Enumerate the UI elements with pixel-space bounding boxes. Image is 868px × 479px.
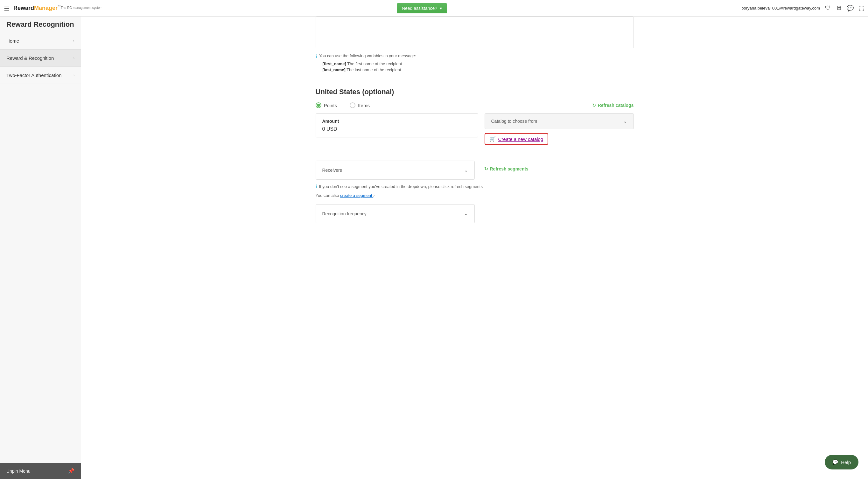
unpin-label: Unpin Menu [6, 469, 31, 474]
refresh-segments-icon: ↻ [484, 166, 488, 171]
var-last-name-key: [last_name] [323, 67, 345, 72]
radio-points-label: Points [324, 103, 337, 108]
need-assistance-chevron: ▾ [440, 6, 442, 11]
sidebar-section-label: Reward Recognition [0, 17, 81, 32]
pin-icon: 📌 [68, 468, 74, 474]
frequency-chevron-icon: ⌄ [464, 211, 468, 216]
radio-items-circle [350, 102, 355, 108]
var-first-name-key: [first_name] [323, 61, 346, 66]
logo-manager: Manager [34, 5, 58, 11]
help-button[interactable]: 💬 Help [825, 455, 859, 470]
receivers-dropdown[interactable]: Receivers ⌄ [316, 161, 475, 180]
create-catalog-label: Create a new catalog [498, 136, 544, 142]
reward-columns: Amount 0 USD Catalog to choose from ⌄ 🛒 … [316, 113, 634, 145]
frequency-label: Recognition frequency [322, 211, 367, 216]
reward-chevron-icon: › [73, 56, 74, 60]
logo-container: RewardManager™ The RG management system [13, 5, 102, 11]
logo-reward: Reward [13, 5, 34, 11]
create-segment-line: You can also create a segment › [316, 193, 634, 198]
radio-items[interactable]: Items [350, 102, 370, 108]
sidebar-item-home-label: Home [6, 38, 19, 43]
amount-label: Amount [322, 119, 471, 124]
radio-row: Points Items ↻ Refresh catalogs [316, 102, 634, 108]
radio-points-circle [316, 102, 321, 108]
section-title: United States (optional) [316, 88, 634, 96]
segment-hint: ℹ If you don't see a segment you've crea… [316, 184, 634, 190]
var-first-name-desc: The first name of the recipient [347, 61, 402, 66]
logo-subtitle: The RG management system [61, 6, 102, 9]
refresh-segments-label: Refresh segments [490, 166, 528, 171]
catalog-dropdown[interactable]: Catalog to choose from ⌄ [485, 113, 634, 129]
need-assistance-button[interactable]: Need assistance? ▾ [397, 3, 447, 13]
divider-2 [316, 153, 634, 153]
sidebar-item-reward-recognition[interactable]: Reward & Recognition › [0, 50, 81, 67]
refresh-catalogs-label: Refresh catalogs [598, 103, 634, 108]
sidebar-item-two-factor-label: Two-Factor Authentication [6, 72, 61, 78]
two-factor-chevron-icon: › [73, 73, 74, 77]
variables-info: ℹ You can use the following variables in… [316, 54, 634, 59]
catalog-chevron-icon: ⌄ [623, 119, 627, 124]
sidebar: Reward Recognition Home › Reward & Recog… [0, 17, 81, 479]
radio-points[interactable]: Points [316, 102, 337, 108]
refresh-segments-button[interactable]: ↻ Refresh segments [484, 166, 528, 171]
chat-icon[interactable]: 💬 [847, 5, 854, 12]
refresh-catalogs-icon: ↻ [592, 103, 596, 108]
sidebar-item-reward-label: Reward & Recognition [6, 55, 54, 61]
radio-items-label: Items [358, 103, 370, 108]
content-inner: ℹ You can use the following variables in… [306, 17, 643, 242]
sign-out-icon[interactable]: ⬚ [859, 5, 864, 12]
create-segment-suffix: › [373, 193, 374, 198]
variable-last-name: [last_name] The last name of the recipie… [323, 67, 634, 72]
info-icon: ℹ [316, 54, 317, 59]
receivers-label: Receivers [322, 168, 342, 173]
create-segment-prefix: You can also [316, 193, 339, 198]
divider-1 [316, 80, 634, 80]
unpin-menu-button[interactable]: Unpin Menu 📌 [0, 463, 81, 479]
top-header: ☰ RewardManager™ The RG management syste… [0, 0, 868, 17]
create-catalog-cart-icon: 🛒 [490, 136, 496, 142]
create-segment-link[interactable]: create a segment [340, 193, 373, 198]
header-email: boryana.beleva+001@rewardgateway.com [741, 6, 820, 10]
logo-tm: ™ [58, 5, 61, 8]
shield-icon[interactable]: 🛡 [825, 5, 831, 11]
home-chevron-icon: › [73, 39, 74, 43]
catalog-placeholder: Catalog to choose from [491, 119, 537, 124]
catalog-section: Catalog to choose from ⌄ 🛒 Create a new … [485, 113, 634, 145]
frequency-dropdown[interactable]: Recognition frequency ⌄ [316, 204, 475, 223]
variables-text: You can use the following variables in y… [319, 54, 416, 58]
segment-hint-icon: ℹ [316, 184, 317, 189]
create-segment-link-text: create a segment [340, 193, 372, 198]
amount-value: 0 USD [322, 126, 471, 132]
variable-first-name: [first_name] The first name of the recip… [323, 61, 634, 66]
sidebar-item-home[interactable]: Home › [0, 32, 81, 50]
segment-hint-text: If you don't see a segment you've create… [319, 184, 483, 190]
main-content: ℹ You can use the following variables in… [81, 17, 868, 479]
receivers-row: Receivers ⌄ ↻ Refresh segments [316, 161, 634, 180]
radio-group: Points Items [316, 102, 370, 108]
app-body: Reward Recognition Home › Reward & Recog… [0, 17, 868, 479]
create-catalog-button[interactable]: 🛒 Create a new catalog [485, 133, 549, 145]
sidebar-item-two-factor[interactable]: Two-Factor Authentication › [0, 67, 81, 84]
monitor-icon[interactable]: 🖥 [836, 5, 842, 11]
header-right: boryana.beleva+001@rewardgateway.com 🛡 🖥… [741, 5, 864, 12]
header-center: Need assistance? ▾ [102, 3, 742, 13]
message-box[interactable] [316, 17, 634, 49]
help-icon: 💬 [832, 459, 838, 465]
receivers-chevron-icon: ⌄ [464, 168, 468, 173]
amount-box: Amount 0 USD [316, 113, 478, 137]
need-assistance-label: Need assistance? [402, 6, 437, 11]
var-last-name-desc: The last name of the recipient [346, 67, 401, 72]
help-label: Help [841, 459, 851, 465]
refresh-catalogs-button[interactable]: ↻ Refresh catalogs [592, 103, 634, 108]
hamburger-icon[interactable]: ☰ [4, 4, 9, 12]
